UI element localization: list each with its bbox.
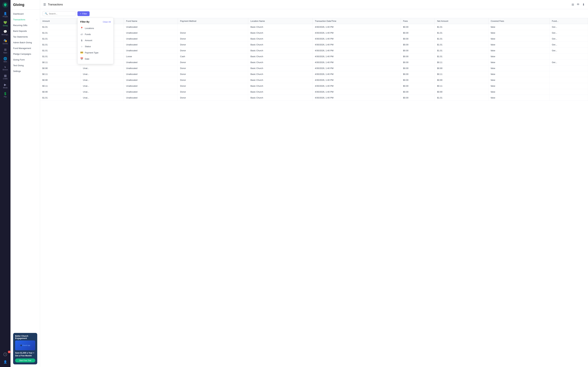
search-wrap: 🔍 bbox=[43, 11, 76, 16]
sidebar-item-settings-label: Settings bbox=[13, 70, 21, 72]
sidebar-item-bank-deposits[interactable]: Bank Deposits bbox=[10, 28, 40, 34]
table-row[interactable]: $1.01 Loose Loose Cash Basic Church 4/30… bbox=[40, 54, 588, 59]
nav-item-messaging-label: Messagi... bbox=[1, 34, 9, 35]
cell-fund2 bbox=[549, 83, 588, 89]
filter-option-date-label: Date bbox=[85, 58, 89, 60]
table-header: Amount First N... Fund Name Payment Meth… bbox=[40, 18, 588, 24]
table-row[interactable]: $1.01 Unal... Unallocated Donor Basic Ch… bbox=[40, 36, 588, 42]
cell-amount: $1.01 bbox=[40, 36, 81, 42]
eye-icon[interactable]: 👁 bbox=[577, 3, 580, 6]
filter-option-payment-type-label: Payment Type bbox=[85, 51, 98, 54]
filter-option-date[interactable]: 📅 Date bbox=[78, 56, 113, 62]
payment-type-icon: 💳 bbox=[80, 51, 83, 54]
nav-item-breeze[interactable]: b Breeze bbox=[1, 65, 10, 72]
sidebar-item-pledge-campaigns[interactable]: Pledge Campaigns bbox=[10, 51, 40, 57]
cell-fund2: Ger... bbox=[549, 59, 588, 65]
nav-item-messaging[interactable]: 💬 Messagi... bbox=[1, 28, 10, 37]
ad-cta-button[interactable]: Start Free Trial bbox=[15, 359, 35, 362]
sidebar-item-giving-form[interactable]: Giving Form bbox=[10, 57, 40, 63]
cell-fund2 bbox=[549, 89, 588, 95]
sidebar-item-settings[interactable]: Settings bbox=[10, 68, 40, 74]
media-icon: ▶ bbox=[4, 83, 6, 86]
cell-first-name: Unal... bbox=[81, 65, 124, 71]
ad-text: Save $1,500 a Year + Get a Free Month! bbox=[15, 352, 35, 357]
ad-image: 📱 Church App bbox=[15, 341, 35, 350]
filter-option-funds[interactable]: 🏷 Funds bbox=[78, 31, 113, 37]
cell-date: 4/30/2026, 1:40 PM bbox=[312, 65, 401, 71]
date-icon: 📅 bbox=[80, 57, 83, 60]
cell-fund2 bbox=[549, 65, 588, 71]
cell-first-name: Unal... bbox=[81, 95, 124, 101]
cell-fees: $0.00 bbox=[401, 77, 435, 83]
cell-amount: $0.90 bbox=[40, 89, 81, 95]
sidebar-item-tax-statements[interactable]: Tax Statements bbox=[10, 34, 40, 40]
filter-option-amount[interactable]: $ Amount bbox=[78, 37, 113, 43]
content-area: 🔍 + Filter Filter By Clear All 📍 Locatio… bbox=[40, 9, 588, 367]
nav-item-user[interactable]: 👤 bbox=[1, 359, 10, 365]
cell-payment: Donor bbox=[178, 30, 248, 36]
nav-item-people-label: People bbox=[3, 16, 8, 17]
cell-amount: $1.01 bbox=[40, 42, 81, 48]
nav-item-giving[interactable]: 💚 Giving bbox=[1, 19, 10, 28]
cell-amount: $0.11 bbox=[40, 83, 81, 89]
download-icon[interactable]: ⬇ bbox=[582, 3, 585, 6]
table-row[interactable]: $1.01 Unal... Unallocated Donor Basic Ch… bbox=[40, 48, 588, 54]
nav-item-people[interactable]: 👤 People bbox=[1, 10, 10, 19]
cell-first-name: Unal... bbox=[81, 71, 124, 77]
cell-date: 4/30/2026, 1:40 PM bbox=[312, 24, 401, 30]
cell-location: Basic Church bbox=[248, 95, 312, 101]
nav-item-events[interactable]: 🎭 Events bbox=[1, 38, 10, 46]
filter-option-status[interactable]: ○ Status bbox=[78, 43, 113, 50]
menu-button[interactable]: ☰ bbox=[43, 3, 46, 6]
table-row[interactable]: $0.11 Unal... Unallocated Donor Basic Ch… bbox=[40, 71, 588, 77]
cell-location: Basic Church bbox=[248, 24, 312, 30]
filter-button[interactable]: + Filter bbox=[78, 11, 90, 16]
cell-payment: Donor bbox=[178, 95, 248, 101]
nav-item-apps[interactable]: ⊞ Apps bbox=[1, 47, 10, 55]
filter-option-locations-label: Locations bbox=[85, 27, 94, 30]
sidebar-item-admin-batch-giving[interactable]: Admin Batch Giving bbox=[10, 40, 40, 45]
table-row[interactable]: $0.90 Unal... Unallocated Donor Basic Ch… bbox=[40, 77, 588, 83]
nav-item-pay[interactable]: 💲 Pay bbox=[1, 91, 10, 99]
cell-location: Basic Church bbox=[248, 89, 312, 95]
app-logo[interactable] bbox=[2, 2, 8, 8]
filter-button-label: Filter bbox=[82, 12, 87, 15]
cell-amount: $1.01 bbox=[40, 54, 81, 59]
people-icon: 👤 bbox=[3, 12, 7, 15]
clear-all-button[interactable]: Clear All bbox=[103, 21, 111, 23]
table-row[interactable]: $0.11 Unal... Unallocated Donor Basic Ch… bbox=[40, 83, 588, 89]
table-row[interactable]: $0.90 Unal... Unallocated Donor Basic Ch… bbox=[40, 65, 588, 71]
nav-item-sites[interactable]: 🌐 Sites bbox=[1, 56, 10, 64]
search-input[interactable] bbox=[49, 12, 73, 15]
filter-option-locations[interactable]: 📍 Locations bbox=[78, 25, 113, 31]
nav-item-media[interactable]: ▶ Media bbox=[1, 82, 10, 90]
cell-net: $1.01 bbox=[435, 30, 488, 36]
main-content: ☰ Transactions ⊞ 👁 ⬇ 🔍 + Filter Filter B… bbox=[40, 0, 588, 367]
sidebar-item-recurring-gifts[interactable]: Recurring Gifts bbox=[10, 22, 40, 28]
filter-by-label: Filter By bbox=[80, 20, 89, 23]
cell-payment: Donor bbox=[178, 77, 248, 83]
sidebar-item-text-giving[interactable]: Text Giving bbox=[10, 63, 40, 68]
sidebar-item-transactions[interactable]: Transactions › bbox=[10, 17, 40, 22]
cell-date: 4/30/2026, 1:40 PM bbox=[312, 83, 401, 89]
nav-item-help[interactable]: ? 6 bbox=[1, 351, 10, 358]
table-row[interactable]: $0.11 Unal... Unallocated Donor Basic Ch… bbox=[40, 59, 588, 65]
sidebar-item-dashboard[interactable]: Dashboard bbox=[10, 11, 40, 17]
table-row[interactable]: $1.01 Unal... Unallocated Basic Church 4… bbox=[40, 24, 588, 30]
table-row[interactable]: $0.90 Unal... Unallocated Donor Basic Ch… bbox=[40, 89, 588, 95]
table-row[interactable]: $1.01 Unal... Unallocated Donor Basic Ch… bbox=[40, 42, 588, 48]
grid-icon[interactable]: ⊞ bbox=[571, 3, 574, 6]
events-icon: 🎭 bbox=[3, 39, 7, 42]
filter-option-payment-type[interactable]: 💳 Payment Type bbox=[78, 50, 113, 56]
table-row[interactable]: $1.01 Unal... Unallocated Donor Basic Ch… bbox=[40, 30, 588, 36]
cell-fees: $0.00 bbox=[401, 24, 435, 30]
table-row[interactable]: $1.01 Unal... Unallocated Donor Basic Ch… bbox=[40, 95, 588, 101]
cell-amount: $1.01 bbox=[40, 24, 81, 30]
cell-net: $1.01 bbox=[435, 42, 488, 48]
nav-item-chms[interactable]: ▦ ChMS bbox=[1, 73, 10, 81]
sidebar-item-fund-management[interactable]: Fund Management bbox=[10, 45, 40, 51]
ad-image-placeholder: 📱 Church App bbox=[20, 345, 30, 346]
col-payment-method: Payment Method bbox=[178, 18, 248, 24]
messaging-icon: 💬 bbox=[3, 30, 7, 33]
cell-payment: Cash bbox=[178, 54, 248, 59]
